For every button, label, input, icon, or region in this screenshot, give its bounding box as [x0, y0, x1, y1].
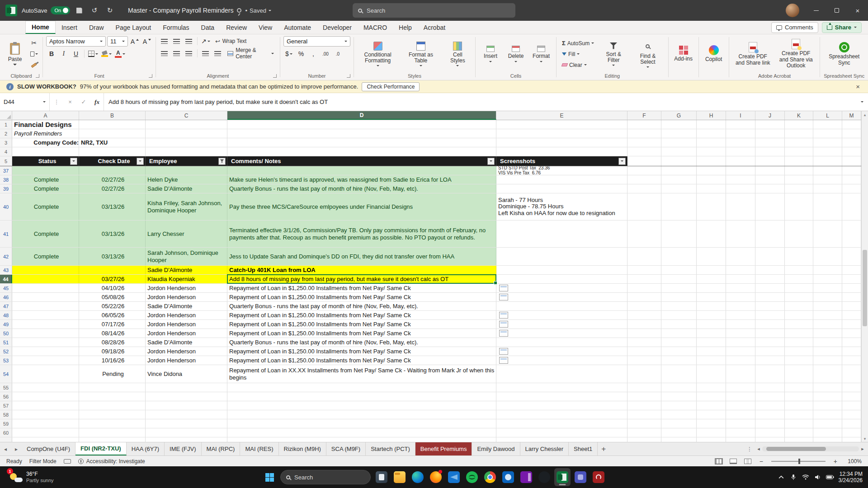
filter-button-C[interactable]	[218, 158, 226, 165]
save-icon[interactable]	[73, 4, 85, 17]
cell-G44[interactable]	[661, 275, 697, 283]
cell-K53[interactable]	[785, 356, 813, 365]
cell-L56[interactable]	[813, 392, 842, 401]
page-break-view-button[interactable]	[744, 459, 751, 464]
acrobat-taskbar-button[interactable]	[590, 468, 607, 486]
cell-G51[interactable]	[661, 338, 697, 347]
font-color-icon[interactable]: A	[114, 49, 126, 59]
cell-B45[interactable]: 04/10/26	[79, 284, 146, 292]
expand-formula-bar-icon[interactable]	[856, 93, 868, 111]
cell-K54[interactable]	[785, 365, 813, 383]
column-header-G[interactable]: G	[661, 111, 697, 120]
cell-F57[interactable]	[627, 401, 661, 410]
cell-C53[interactable]: Jordon Henderson	[146, 356, 227, 365]
cell-C46[interactable]: Jordon Henderson	[146, 293, 227, 301]
cell-H42[interactable]	[697, 248, 726, 265]
cell-M41[interactable]	[842, 221, 861, 247]
sheet-tab-haa-6y7[interactable]: HAA (6Y7)	[127, 442, 165, 455]
cell-G2[interactable]	[661, 129, 697, 138]
cell-F58[interactable]	[627, 410, 661, 419]
cell-F48[interactable]	[627, 311, 661, 319]
titlebar-search[interactable]: Search	[353, 3, 515, 18]
cell-B59[interactable]	[79, 419, 146, 428]
cell-A58[interactable]	[12, 410, 79, 419]
row-header-37[interactable]: 37	[0, 166, 12, 175]
cell-K41[interactable]	[785, 221, 813, 247]
name-box[interactable]: D44	[0, 93, 50, 111]
cell-G42[interactable]	[661, 248, 697, 265]
filter-button-A[interactable]	[70, 158, 77, 165]
cell-M43[interactable]	[842, 266, 861, 274]
cell-F37[interactable]	[627, 166, 661, 175]
cell-G3[interactable]	[661, 138, 697, 147]
row-header-45[interactable]: 45	[0, 284, 12, 292]
volume-icon[interactable]	[814, 473, 822, 481]
row-header-57[interactable]: 57	[0, 401, 12, 410]
row-header-46[interactable]: 46	[0, 293, 12, 301]
currency-icon[interactable]: $	[283, 49, 294, 59]
row-header-47[interactable]: 47	[0, 302, 12, 310]
column-header-J[interactable]: J	[755, 111, 785, 120]
cell-E5[interactable]: Screenshots	[496, 156, 627, 166]
cell-B4[interactable]	[79, 147, 146, 156]
cell-G48[interactable]	[661, 311, 697, 319]
teams-taskbar-button[interactable]	[572, 468, 589, 486]
cell-K58[interactable]	[785, 410, 813, 419]
cell-M1[interactable]	[842, 120, 861, 129]
cell-M37[interactable]	[842, 166, 861, 175]
cell-B54[interactable]: Pending	[79, 365, 146, 383]
cell-M38[interactable]	[842, 175, 861, 184]
cell-J41[interactable]	[755, 221, 785, 247]
cell-A3[interactable]: Company Code:	[12, 138, 79, 147]
cell-M55[interactable]	[842, 383, 861, 392]
cell-D45[interactable]: Repayment of Loan in $1,250.00 Installme…	[227, 284, 496, 292]
sort-filter-button[interactable]: Sort & Filter	[598, 36, 629, 72]
cell-M39[interactable]	[842, 184, 861, 193]
column-header-K[interactable]: K	[785, 111, 813, 120]
cell-K40[interactable]	[785, 193, 813, 220]
cell-K38[interactable]	[785, 175, 813, 184]
cell-D1[interactable]	[227, 120, 496, 129]
row-header-50[interactable]: 50	[0, 329, 12, 338]
fill-button[interactable]: Fill	[560, 49, 596, 59]
cell-C50[interactable]: Jordon Henderson	[146, 329, 227, 338]
cell-C41[interactable]: Larry Chesser	[146, 221, 227, 247]
sheet-nav-left-icon[interactable]: ◂	[0, 442, 11, 455]
cell-G1[interactable]	[661, 120, 697, 129]
page-layout-view-button[interactable]	[730, 459, 737, 464]
clock[interactable]: 12:34 PM 3/24/2026	[839, 471, 863, 484]
align-left-icon[interactable]	[159, 48, 170, 58]
cell-J45[interactable]	[755, 284, 785, 292]
check-performance-button[interactable]: Check Performance	[362, 82, 420, 91]
cell-B48[interactable]: 06/05/26	[79, 311, 146, 319]
row-header-39[interactable]: 39	[0, 184, 12, 193]
zoom-slider[interactable]	[771, 461, 826, 462]
dialog-launcher-icon[interactable]	[36, 74, 39, 78]
sheet-options-icon[interactable]: ⋮	[744, 442, 755, 455]
cell-I45[interactable]	[726, 284, 755, 292]
cell-L43[interactable]	[813, 266, 842, 274]
cell-J49[interactable]	[755, 320, 785, 328]
save-status[interactable]: • Saved	[245, 7, 271, 14]
cell-H58[interactable]	[697, 410, 726, 419]
sheet-tab-ime-fjv[interactable]: IME (FJV)	[165, 442, 202, 455]
cell-I52[interactable]	[726, 347, 755, 356]
cell-A53[interactable]	[12, 356, 79, 365]
cell-K52[interactable]	[785, 347, 813, 356]
cell-C42[interactable]: Sarah Johnson, Dominique Hooper	[146, 248, 227, 265]
cell-L41[interactable]	[813, 221, 842, 247]
column-header-A[interactable]: A	[12, 111, 79, 120]
firefox-taskbar-button[interactable]	[428, 468, 444, 486]
screenshot-thumbnail[interactable]	[499, 330, 508, 337]
row-header-5[interactable]: 5	[0, 156, 12, 166]
cell-B40[interactable]: 03/13/26	[79, 193, 146, 220]
cell-A5[interactable]: Status	[12, 156, 79, 166]
dialog-launcher-icon[interactable]	[273, 74, 277, 78]
filter-button-B[interactable]	[137, 158, 144, 165]
column-header-I[interactable]: I	[726, 111, 755, 120]
cell-E44[interactable]	[496, 275, 627, 283]
cell-D40[interactable]: Pay these three MCS/CareSource emlpoyees…	[227, 193, 496, 220]
cell-D4[interactable]	[227, 147, 496, 156]
increase-indent-icon[interactable]	[212, 48, 223, 58]
cell-C49[interactable]: Jordon Henderson	[146, 320, 227, 328]
